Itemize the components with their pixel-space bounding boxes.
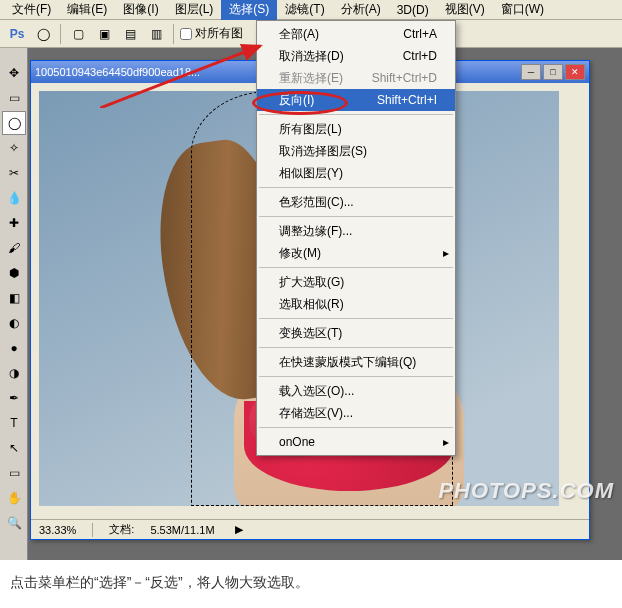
menu-item[interactable]: 所有图层(L)	[257, 118, 455, 140]
chevron-right-icon[interactable]: ▶	[235, 523, 243, 536]
menu-item-label: 重新选择(E)	[279, 70, 343, 86]
menu-item-label: 存储选区(V)...	[279, 405, 353, 421]
separator	[173, 24, 174, 44]
menu-file[interactable]: 文件(F)	[4, 0, 59, 20]
menu-item-label: 全部(A)	[279, 26, 319, 42]
separator	[60, 24, 61, 44]
document-statusbar: 33.33% 文档: 5.53M/11.1M ▶	[31, 519, 589, 539]
menu-item-label: 反向(I)	[279, 92, 314, 108]
submenu-arrow-icon: ▸	[443, 245, 449, 261]
menu-separator	[259, 318, 453, 319]
submenu-arrow-icon: ▸	[443, 434, 449, 450]
menu-analysis[interactable]: 分析(A)	[333, 0, 389, 20]
heal-tool[interactable]: ✚	[2, 211, 26, 235]
menu-filter[interactable]: 滤镜(T)	[277, 0, 332, 20]
blur-tool[interactable]: ●	[2, 336, 26, 360]
menu-item-label: 选取相似(R)	[279, 296, 344, 312]
menu-item-label: 色彩范围(C)...	[279, 194, 354, 210]
selection-new-icon[interactable]: ▢	[67, 23, 89, 45]
menu-item-label: onOne	[279, 434, 315, 450]
menu-item[interactable]: 扩大选取(G)	[257, 271, 455, 293]
brush-tool[interactable]: 🖌	[2, 236, 26, 260]
ps-icon: Ps	[6, 23, 28, 45]
menu-item-shortcut: Shift+Ctrl+I	[377, 92, 437, 108]
menu-image[interactable]: 图像(I)	[115, 0, 166, 20]
menu-item[interactable]: 取消选择(D)Ctrl+D	[257, 45, 455, 67]
menu-item-shortcut: Ctrl+A	[403, 26, 437, 42]
menu-separator	[259, 427, 453, 428]
close-button[interactable]: ✕	[565, 64, 585, 80]
sample-all-label: 对所有图	[195, 25, 243, 42]
select-menu-dropdown: 全部(A)Ctrl+A取消选择(D)Ctrl+D重新选择(E)Shift+Ctr…	[256, 20, 456, 456]
menu-item[interactable]: 选取相似(R)	[257, 293, 455, 315]
eyedropper-tool[interactable]: 💧	[2, 186, 26, 210]
menu-item[interactable]: 相似图层(Y)	[257, 162, 455, 184]
menu-item[interactable]: onOne▸	[257, 431, 455, 453]
sample-all-layers-check[interactable]: 对所有图	[180, 25, 243, 42]
menu-view[interactable]: 视图(V)	[437, 0, 493, 20]
menu-item[interactable]: 存储选区(V)...	[257, 402, 455, 424]
menu-item: 重新选择(E)Shift+Ctrl+D	[257, 67, 455, 89]
path-tool[interactable]: ↖	[2, 436, 26, 460]
menu-item-shortcut: Shift+Ctrl+D	[372, 70, 437, 86]
eraser-tool[interactable]: ◧	[2, 286, 26, 310]
menu-separator	[259, 376, 453, 377]
type-tool[interactable]: T	[2, 411, 26, 435]
menu-separator	[259, 114, 453, 115]
menu-item[interactable]: 色彩范围(C)...	[257, 191, 455, 213]
wand-tool[interactable]: ✧	[2, 136, 26, 160]
zoom-tool[interactable]: 🔍	[2, 511, 26, 535]
menu-item-label: 变换选区(T)	[279, 325, 342, 341]
lasso-tool[interactable]: ◯	[2, 111, 26, 135]
menu-edit[interactable]: 编辑(E)	[59, 0, 115, 20]
menu-item[interactable]: 在快速蒙版模式下编辑(Q)	[257, 351, 455, 373]
menu-item-label: 所有图层(L)	[279, 121, 342, 137]
menu-item[interactable]: 载入选区(O)...	[257, 380, 455, 402]
menu-item[interactable]: 变换选区(T)	[257, 322, 455, 344]
hand-tool[interactable]: ✋	[2, 486, 26, 510]
menu-separator	[259, 187, 453, 188]
maximize-button[interactable]: □	[543, 64, 563, 80]
shape-tool[interactable]: ▭	[2, 461, 26, 485]
menu-item[interactable]: 全部(A)Ctrl+A	[257, 23, 455, 45]
menu-item-label: 在快速蒙版模式下编辑(Q)	[279, 354, 416, 370]
dodge-tool[interactable]: ◑	[2, 361, 26, 385]
menu-window[interactable]: 窗口(W)	[493, 0, 552, 20]
menu-layer[interactable]: 图层(L)	[167, 0, 222, 20]
menu-item[interactable]: 调整边缘(F)...	[257, 220, 455, 242]
move-tool[interactable]: ✥	[2, 61, 26, 85]
doc-size-label: 文档:	[109, 522, 134, 537]
selection-add-icon[interactable]: ▣	[93, 23, 115, 45]
marquee-tool[interactable]: ▭	[2, 86, 26, 110]
menu-separator	[259, 347, 453, 348]
menu-item-label: 调整边缘(F)...	[279, 223, 352, 239]
caption-text: 点击菜单栏的“选择”－“反选”，将人物大致选取。	[0, 560, 622, 596]
menu-item-shortcut: Ctrl+D	[403, 48, 437, 64]
menu-separator	[259, 216, 453, 217]
gradient-tool[interactable]: ◐	[2, 311, 26, 335]
menu-select[interactable]: 选择(S)	[221, 0, 277, 20]
menu-item-label: 取消选择图层(S)	[279, 143, 367, 159]
menu-item[interactable]: 取消选择图层(S)	[257, 140, 455, 162]
menu-item[interactable]: 修改(M)▸	[257, 242, 455, 264]
menu-item-label: 相似图层(Y)	[279, 165, 343, 181]
selection-subtract-icon[interactable]: ▤	[119, 23, 141, 45]
tools-panel: ✥ ▭ ◯ ✧ ✂ 💧 ✚ 🖌 ⬢ ◧ ◐ ● ◑ ✒ T ↖ ▭ ✋ 🔍	[0, 48, 28, 560]
sample-all-checkbox[interactable]	[180, 28, 192, 40]
pen-tool[interactable]: ✒	[2, 386, 26, 410]
minimize-button[interactable]: ─	[521, 64, 541, 80]
watermark: PHOTOPS.COM	[438, 478, 614, 504]
menu-item-label: 取消选择(D)	[279, 48, 344, 64]
selection-intersect-icon[interactable]: ▥	[145, 23, 167, 45]
menu-3d[interactable]: 3D(D)	[389, 1, 437, 19]
menubar: 文件(F) 编辑(E) 图像(I) 图层(L) 选择(S) 滤镜(T) 分析(A…	[0, 0, 622, 20]
lasso-tool-icon[interactable]: ◯	[32, 23, 54, 45]
menu-item-label: 修改(M)	[279, 245, 321, 261]
menu-item-label: 载入选区(O)...	[279, 383, 354, 399]
crop-tool[interactable]: ✂	[2, 161, 26, 185]
menu-separator	[259, 267, 453, 268]
stamp-tool[interactable]: ⬢	[2, 261, 26, 285]
doc-size-value: 5.53M/11.1M	[150, 524, 214, 536]
zoom-level[interactable]: 33.33%	[39, 524, 76, 536]
menu-item[interactable]: 反向(I)Shift+Ctrl+I	[257, 89, 455, 111]
